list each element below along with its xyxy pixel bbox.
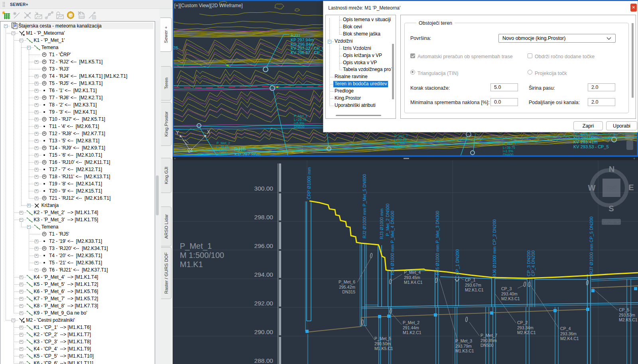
svg-text:KV 293.53 - CP_5: KV 293.53 - CP_5 <box>573 144 609 149</box>
svg-text:W: W <box>588 183 596 192</box>
svg-text:P_Met_7: P_Met_7 <box>480 333 497 338</box>
svg-text:294.00: 294.00 <box>254 271 274 278</box>
svg-text:CP_1: CP_1 <box>465 277 475 282</box>
svg-text:[+][Custom View][2D Wireframe]: [+][Custom View][2D Wireframe] <box>174 3 243 8</box>
svg-text:293.36m: 293.36m <box>560 331 577 336</box>
svg-text:ČRP Ø1000 mm: ČRP Ø1000 mm <box>307 167 311 200</box>
svg-text:RJ4 Ø1000 mm P_Met_4 DN500: RJ4 Ø1000 mm P_Met_4 DN500 <box>390 211 395 275</box>
svg-text:DWG: DWG <box>79 16 85 18</box>
svg-text:P_Met_6: P_Met_6 <box>339 279 355 284</box>
svg-text:290.85m: 290.85m <box>480 338 497 343</box>
svg-text:P_Met_1: P_Met_1 <box>180 242 212 251</box>
svg-text:293.79m: 293.79m <box>455 344 472 348</box>
svg-text:M2.K4.C1: M2.K4.C1 <box>560 336 579 341</box>
svg-text:RJ5 Ø1000 mm P_Met_3 DN300: RJ5 Ø1000 mm P_Met_3 DN300 <box>435 211 440 275</box>
svg-text:295.42m: 295.42m <box>339 285 355 289</box>
svg-text:293.53m: 293.53m <box>619 313 635 317</box>
svg-text:Y: Y <box>176 130 179 136</box>
svg-text:TOP: TOP <box>606 185 616 191</box>
svg-text:M2.K5.C1: M2.K5.C1 <box>619 317 638 322</box>
svg-text:M 1:500/100: M 1:500/100 <box>180 251 224 260</box>
svg-text:RJ2 Ø1000 mm P_Met_5 DN800: RJ2 Ø1000 mm P_Met_5 DN800 <box>362 174 367 238</box>
svg-text:KV 293.41m: KV 293.41m <box>573 140 598 144</box>
svg-text:M2.K1.C1: M2.K1.C1 <box>465 287 484 292</box>
svg-text:RJ3 Ø1000 mm: RJ3 Ø1000 mm <box>379 209 384 239</box>
svg-text:CP_1 DN200: CP_1 DN200 <box>455 249 460 275</box>
svg-text:+: + <box>174 157 176 160</box>
svg-text:DN400: DN400 <box>394 145 405 149</box>
svg-text:+: + <box>633 157 635 160</box>
svg-text:DN315: DN315 <box>342 289 355 294</box>
svg-text:293.34m: 293.34m <box>517 325 534 330</box>
svg-text:293.40m: 293.40m <box>501 291 518 296</box>
svg-text:S: S <box>608 204 614 213</box>
svg-text:KD 292.00m: KD 292.00m <box>573 135 598 140</box>
svg-text:296.00: 296.00 <box>254 242 274 249</box>
svg-text:CP_4 DN200: CP_4 DN200 <box>531 250 536 276</box>
svg-text:288.00: 288.00 <box>254 357 274 364</box>
svg-text:M1.K2.C1: M1.K2.C1 <box>403 330 421 335</box>
svg-text:293.67m: 293.67m <box>465 283 481 287</box>
svg-text:300.00: 300.00 <box>254 185 274 192</box>
svg-text:CP_3: CP_3 <box>501 286 512 291</box>
svg-text:RJ7 Ø1000 mm CP_5 DN200: RJ7 Ø1000 mm CP_5 DN200 <box>589 216 594 274</box>
svg-text:P_Met_2: P_Met_2 <box>403 320 419 325</box>
svg-text:M2.K2.C1: M2.K2.C1 <box>517 330 536 335</box>
svg-text:292.00: 292.00 <box>254 300 274 307</box>
svg-text:M1.K5.C1: M1.K5.C1 <box>374 346 393 351</box>
svg-text:DN500: DN500 <box>294 125 305 129</box>
svg-text:WCS: WCS <box>603 220 614 224</box>
svg-text:290.00: 290.00 <box>254 329 274 335</box>
svg-text:DN500: DN500 <box>480 343 494 348</box>
svg-text:P_Met_3: P_Met_3 <box>455 338 472 343</box>
svg-text:M1.K3.C1: M1.K3.C1 <box>455 348 474 353</box>
svg-text:RJ6 Ø1000 mm CP_2 DN200: RJ6 Ø1000 mm CP_2 DN200 <box>492 219 497 277</box>
svg-text:CP_5: CP_5 <box>619 307 629 312</box>
svg-text:M1.K1: M1.K1 <box>180 260 203 269</box>
svg-text:P_Met_5: P_Met_5 <box>374 336 391 341</box>
svg-text:X: X <box>207 129 210 135</box>
svg-text:P_Met_4: P_Met_4 <box>404 270 421 275</box>
svg-text:M2.K3.C1: M2.K3.C1 <box>501 296 520 301</box>
svg-text:E: E <box>628 183 634 192</box>
svg-text:M1.K4.C1: M1.K4.C1 <box>404 280 423 285</box>
svg-text:298.00: 298.00 <box>254 214 274 220</box>
svg-text:P_Met_2 DN500: P_Met_2 DN500 <box>385 204 390 236</box>
svg-text:291.44m: 291.44m <box>403 325 419 330</box>
svg-text:290.50m: 290.50m <box>374 341 391 346</box>
svg-text:28: 28 <box>173 45 178 50</box>
svg-text:▾: ▾ <box>617 220 619 224</box>
svg-text:N: N <box>609 165 614 173</box>
svg-text:KV 296.87 - CP_7: KV 296.87 - CP_7 <box>291 50 325 55</box>
svg-text:RJ10: RJ10 <box>234 147 246 152</box>
svg-text:CP_4: CP_4 <box>560 326 571 331</box>
svg-text:293.45m: 293.45m <box>404 275 420 280</box>
svg-text:CP_2: CP_2 <box>517 320 528 325</box>
